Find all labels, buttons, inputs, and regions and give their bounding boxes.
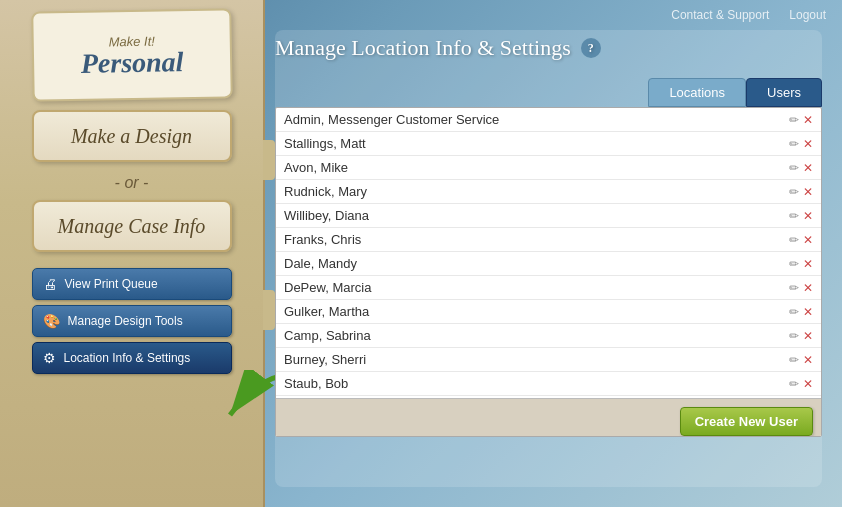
- user-row: Rudnick, Mary ✏ ✕: [276, 180, 821, 204]
- user-row-actions: ✏ ✕: [789, 329, 813, 343]
- delete-icon[interactable]: ✕: [803, 329, 813, 343]
- user-row-actions: ✏ ✕: [789, 353, 813, 367]
- user-row: Stallings, Matt ✏ ✕: [276, 132, 821, 156]
- manage-design-tools-button[interactable]: 🎨 Manage Design Tools: [32, 305, 232, 337]
- manage-case-button[interactable]: Manage Case Info: [32, 200, 232, 252]
- delete-icon[interactable]: ✕: [803, 281, 813, 295]
- user-name: Burney, Sherri: [284, 352, 789, 367]
- user-name: Gulker, Martha: [284, 304, 789, 319]
- edit-icon[interactable]: ✏: [789, 281, 799, 295]
- user-row-actions: ✏ ✕: [789, 281, 813, 295]
- or-divider: - or -: [115, 174, 149, 192]
- user-row: Gulker, Martha ✏ ✕: [276, 300, 821, 324]
- edit-icon[interactable]: ✏: [789, 305, 799, 319]
- main-content: Manage Location Info & Settings ? Locati…: [275, 30, 822, 487]
- tab-bar: Locations Users: [275, 78, 822, 107]
- contact-support-link[interactable]: Contact & Support: [671, 8, 769, 22]
- print-icon: 🖨: [43, 276, 57, 292]
- edit-icon[interactable]: ✏: [789, 161, 799, 175]
- user-row: Dale, Mandy ✏ ✕: [276, 252, 821, 276]
- delete-icon[interactable]: ✕: [803, 161, 813, 175]
- delete-icon[interactable]: ✕: [803, 209, 813, 223]
- user-name: Rudnick, Mary: [284, 184, 789, 199]
- delete-icon[interactable]: ✕: [803, 185, 813, 199]
- users-panel: Admin, Messenger Customer Service ✏ ✕ St…: [275, 107, 822, 437]
- user-name: Avon, Mike: [284, 160, 789, 175]
- user-row-actions: ✏ ✕: [789, 209, 813, 223]
- user-name: Franks, Chris: [284, 232, 789, 247]
- user-name: Dale, Mandy: [284, 256, 789, 271]
- manage-case-label: Manage Case Info: [58, 215, 206, 238]
- page-title: Manage Location Info & Settings: [275, 35, 571, 61]
- user-name: Stallings, Matt: [284, 136, 789, 151]
- user-row-actions: ✏ ✕: [789, 185, 813, 199]
- sidebar: Make It! Personal Make a Design - or - M…: [0, 0, 265, 507]
- edit-icon[interactable]: ✏: [789, 185, 799, 199]
- page-title-area: Manage Location Info & Settings ?: [275, 30, 822, 66]
- edit-icon[interactable]: ✏: [789, 257, 799, 271]
- edit-icon[interactable]: ✏: [789, 137, 799, 151]
- panel-bottom: Create New User: [276, 398, 821, 437]
- create-new-user-button[interactable]: Create New User: [680, 407, 813, 436]
- location-info-settings-label: Location Info & Settings: [64, 351, 191, 365]
- delete-icon[interactable]: ✕: [803, 305, 813, 319]
- user-row: Burney, Sherri ✏ ✕: [276, 348, 821, 372]
- delete-icon[interactable]: ✕: [803, 353, 813, 367]
- make-design-button[interactable]: Make a Design: [32, 110, 232, 162]
- connector-tab-bottom: [263, 290, 275, 330]
- user-row-actions: ✏ ✕: [789, 257, 813, 271]
- user-name: Admin, Messenger Customer Service: [284, 112, 789, 127]
- edit-icon[interactable]: ✏: [789, 377, 799, 391]
- user-row: Willibey, Diana ✏ ✕: [276, 204, 821, 228]
- edit-icon[interactable]: ✏: [789, 233, 799, 247]
- action-buttons: 🖨 View Print Queue 🎨 Manage Design Tools…: [32, 268, 232, 374]
- edit-icon[interactable]: ✏: [789, 353, 799, 367]
- help-icon[interactable]: ?: [581, 38, 601, 58]
- top-bar: Contact & Support Logout: [655, 0, 842, 30]
- user-row: Camp, Sabrina ✏ ✕: [276, 324, 821, 348]
- delete-icon[interactable]: ✕: [803, 257, 813, 271]
- user-row: DePew, Marcia ✏ ✕: [276, 276, 821, 300]
- logout-link[interactable]: Logout: [789, 8, 826, 22]
- location-info-settings-button[interactable]: ⚙ Location Info & Settings: [32, 342, 232, 374]
- user-row: Avon, Mike ✏ ✕: [276, 156, 821, 180]
- make-design-label: Make a Design: [71, 125, 192, 148]
- design-icon: 🎨: [43, 313, 60, 329]
- user-row-actions: ✏ ✕: [789, 233, 813, 247]
- logo-personal: Personal: [80, 48, 183, 78]
- edit-icon[interactable]: ✏: [789, 113, 799, 127]
- delete-icon[interactable]: ✕: [803, 113, 813, 127]
- view-print-queue-label: View Print Queue: [65, 277, 158, 291]
- user-row-actions: ✏ ✕: [789, 113, 813, 127]
- user-name: Camp, Sabrina: [284, 328, 789, 343]
- user-row-actions: ✏ ✕: [789, 305, 813, 319]
- users-list: Admin, Messenger Customer Service ✏ ✕ St…: [276, 108, 821, 398]
- settings-icon: ⚙: [43, 350, 56, 366]
- logo: Make It! Personal: [31, 8, 233, 101]
- tab-locations[interactable]: Locations: [648, 78, 746, 107]
- connector-tab-top: [263, 140, 275, 180]
- user-row: Staub, Bob ✏ ✕: [276, 372, 821, 396]
- edit-icon[interactable]: ✏: [789, 329, 799, 343]
- delete-icon[interactable]: ✕: [803, 137, 813, 151]
- user-name: Willibey, Diana: [284, 208, 789, 223]
- user-name: Staub, Bob: [284, 376, 789, 391]
- tab-users[interactable]: Users: [746, 78, 822, 107]
- user-row: Franks, Chris ✏ ✕: [276, 228, 821, 252]
- user-row-actions: ✏ ✕: [789, 137, 813, 151]
- delete-icon[interactable]: ✕: [803, 233, 813, 247]
- user-name: DePew, Marcia: [284, 280, 789, 295]
- edit-icon[interactable]: ✏: [789, 209, 799, 223]
- user-row: Admin, Messenger Customer Service ✏ ✕: [276, 108, 821, 132]
- delete-icon[interactable]: ✕: [803, 377, 813, 391]
- manage-design-tools-label: Manage Design Tools: [68, 314, 183, 328]
- user-row-actions: ✏ ✕: [789, 377, 813, 391]
- user-row-actions: ✏ ✕: [789, 161, 813, 175]
- view-print-queue-button[interactable]: 🖨 View Print Queue: [32, 268, 232, 300]
